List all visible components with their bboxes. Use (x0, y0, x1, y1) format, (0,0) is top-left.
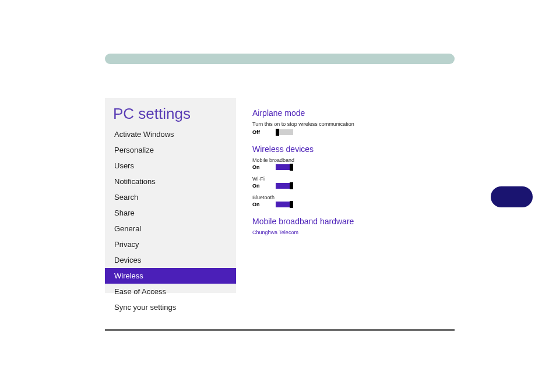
sidebar-item-wireless[interactable]: Wireless (105, 268, 236, 284)
airplane-mode-toggle-row: Off (252, 129, 443, 135)
wireless-devices-title: Wireless devices (252, 144, 443, 154)
wifi-toggle[interactable] (276, 183, 293, 189)
sidebar-item-personalize[interactable]: Personalize (105, 142, 236, 158)
wireless-devices-section: Wireless devices Mobile broadband On Wi-… (252, 144, 443, 207)
mobile-broadband-toggle[interactable] (276, 164, 293, 170)
toggle-handle (290, 201, 293, 208)
content-pane: Airplane mode Turn this on to stop wirel… (236, 98, 443, 293)
pc-settings-panel: PC settings Activate Windows Personalize… (105, 98, 443, 293)
sidebar-item-notifications[interactable]: Notifications (105, 174, 236, 189)
device-state: On (252, 183, 265, 189)
airplane-mode-desc: Turn this on to stop wireless communicat… (252, 121, 443, 127)
sidebar-item-privacy[interactable]: Privacy (105, 236, 236, 252)
toggle-handle (290, 164, 293, 171)
top-bar (105, 54, 455, 64)
device-toggle-row: On (252, 202, 443, 207)
mobile-broadband-hardware-section: Mobile broadband hardware Chunghwa Telec… (252, 217, 443, 235)
sidebar-item-ease-of-access[interactable]: Ease of Access (105, 284, 236, 299)
bottom-divider (105, 329, 455, 331)
device-bluetooth: Bluetooth On (252, 195, 443, 207)
bluetooth-toggle[interactable] (276, 202, 293, 207)
device-wifi: Wi-Fi On (252, 176, 443, 189)
sidebar: PC settings Activate Windows Personalize… (105, 98, 236, 293)
device-mobile-broadband: Mobile broadband On (252, 157, 443, 170)
side-pill[interactable] (491, 186, 533, 207)
sidebar-item-share[interactable]: Share (105, 205, 236, 221)
device-state: On (252, 164, 265, 170)
toggle-handle (290, 182, 293, 189)
mobile-hw-title: Mobile broadband hardware (252, 217, 443, 226)
toggle-handle (276, 129, 279, 136)
sidebar-item-devices[interactable]: Devices (105, 252, 236, 268)
device-label: Bluetooth (252, 195, 443, 200)
device-toggle-row: On (252, 164, 443, 170)
airplane-mode-title: Airplane mode (252, 108, 443, 118)
sidebar-item-users[interactable]: Users (105, 158, 236, 174)
device-label: Mobile broadband (252, 157, 443, 163)
device-label: Wi-Fi (252, 176, 443, 182)
airplane-mode-state: Off (252, 129, 265, 135)
sidebar-item-activate-windows[interactable]: Activate Windows (105, 126, 236, 142)
device-state: On (252, 202, 265, 207)
airplane-mode-section: Airplane mode Turn this on to stop wirel… (252, 108, 443, 135)
sidebar-item-sync-your-settings[interactable]: Sync your settings (105, 299, 236, 315)
sidebar-item-search[interactable]: Search (105, 189, 236, 205)
mobile-hw-provider-link[interactable]: Chunghwa Telecom (252, 229, 443, 235)
airplane-mode-toggle[interactable] (276, 129, 293, 135)
device-toggle-row: On (252, 183, 443, 189)
sidebar-title: PC settings (105, 98, 236, 126)
sidebar-item-general[interactable]: General (105, 221, 236, 236)
